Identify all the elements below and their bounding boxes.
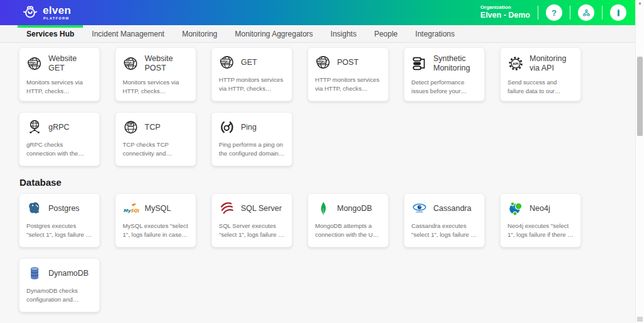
service-card-description: Cassandra executes "select 1", logs fail… (411, 222, 477, 239)
tab-monitoring-aggregators[interactable]: Monitoring Aggregators (226, 25, 321, 43)
service-card-title: Postgres (48, 204, 79, 213)
service-card-description: Neo4j executes "select 1", logs failure … (508, 222, 574, 239)
postgres-icon (26, 200, 43, 217)
service-card-description: SQL Server executes "select 1", logs fai… (219, 222, 285, 239)
service-card-title: DynamoDB (48, 269, 89, 278)
neo4j-icon (508, 200, 524, 217)
dynamodb-icon (26, 265, 43, 281)
section-title-database: Database (19, 177, 635, 188)
service-card-title: Website POST (145, 54, 189, 73)
service-card-title: MySQL (145, 204, 171, 213)
main-tabs: Services HubIncident ManagementMonitorin… (0, 25, 635, 43)
service-card-cassandra[interactable]: Cassandra Cassandra executes "select 1",… (404, 193, 485, 247)
service-card-title: gRPC (48, 123, 69, 132)
organization-label: Organization (480, 4, 530, 11)
service-card-title: Ping (241, 123, 257, 132)
service-card-description: Detect performance issues before your cu… (411, 78, 477, 96)
tab-people[interactable]: People (365, 25, 406, 43)
service-card-mongodb[interactable]: MongoDB MongoDB attempts a connection wi… (308, 193, 389, 247)
service-card-title: POST (337, 58, 358, 67)
service-card-postgres[interactable]: Postgres Postgres executes "select 1", l… (19, 193, 100, 247)
service-card-title: Synthetic Monitoring (433, 54, 477, 73)
divider (570, 6, 570, 20)
brand-logo[interactable]: elven PLATFORM (21, 4, 71, 21)
service-card-description: DynamoDB checks configuration and connec… (26, 286, 92, 304)
service-card-title: SQL Server (241, 204, 282, 213)
service-card-neo4j[interactable]: Neo4j Neo4j executes "select 1", logs fa… (500, 193, 581, 247)
tcp-globe-icon (123, 119, 139, 135)
service-card-title: Website GET (48, 54, 92, 73)
service-card-sql-server[interactable]: SQL Server SQL Server executes "select 1… (211, 193, 292, 247)
organization-value: Elven - Demo (480, 11, 530, 21)
service-card-title: Neo4j (530, 204, 550, 213)
tab-monitoring[interactable]: Monitoring (173, 25, 226, 43)
service-card-description: Send success and failure data to our pla… (508, 78, 574, 96)
share-nodes-icon (582, 8, 591, 18)
help-icon: ? (552, 8, 557, 18)
service-card-post[interactable]: POST HTTP monitors services via HTTP, ch… (308, 47, 389, 101)
service-card-grpc[interactable]: gRPC gRPC checks connection with the hos… (19, 112, 100, 166)
divider (538, 6, 538, 20)
service-card-title: TCP (145, 123, 160, 132)
service-card-description: Monitors services via HTTP, checks avail… (26, 78, 92, 96)
service-card-synthetic-monitoring[interactable]: Synthetic Monitoring Detect performance … (404, 47, 485, 101)
card-grid: Postgres Postgres executes "select 1", l… (19, 193, 610, 312)
service-card-ping[interactable]: Ping Ping performs a ping on the configu… (211, 112, 292, 166)
service-card-dynamodb[interactable]: DynamoDB DynamoDB checks configuration a… (19, 258, 100, 312)
tab-insights[interactable]: Insights (322, 25, 365, 43)
service-card-website-post[interactable]: Website POST Monitors services via HTTP,… (115, 47, 196, 101)
tab-integrations[interactable]: Integrations (406, 25, 464, 43)
service-card-get[interactable]: GET HTTP monitors services via HTTP, che… (211, 47, 292, 101)
service-card-description: Monitors services via HTTP, checks avail… (123, 78, 189, 96)
mysql-icon (123, 200, 139, 217)
synthetic-monitoring-icon (411, 55, 428, 72)
service-card-description: HTTP monitors services via HTTP, checks … (315, 76, 381, 93)
service-card-mysql[interactable]: MySQL MySQL executes "select 1", logs fa… (115, 193, 196, 247)
scrollbar-corner (637, 317, 643, 322)
service-card-description: gRPC checks connection with the host, ev… (26, 140, 92, 158)
http-globe-icon (123, 55, 139, 72)
service-card-title: MongoDB (337, 204, 372, 213)
service-card-description: MongoDB attempts a connection with the U… (315, 222, 381, 239)
service-card-description: Ping performs a ping on the configured d… (219, 140, 285, 158)
http-globe-icon (315, 54, 331, 71)
tab-incident-management[interactable]: Incident Management (83, 25, 173, 43)
card-grid: Website GET Monitors services via HTTP, … (19, 47, 610, 166)
share-button[interactable] (578, 4, 594, 21)
page-scrollbar[interactable]: ▲ (635, 0, 644, 323)
grpc-globe-icon (26, 119, 43, 135)
ping-gauge-icon (219, 119, 235, 135)
tab-services-hub[interactable]: Services Hub (18, 25, 83, 43)
http-globe-icon (219, 54, 235, 71)
http-globe-icon (26, 55, 43, 72)
service-card-website-get[interactable]: Website GET Monitors services via HTTP, … (19, 47, 100, 101)
service-card-description: HTTP monitors services via HTTP, checks … (219, 76, 285, 93)
scrollbar-thumb[interactable] (637, 57, 643, 136)
service-card-description: MySQL executes "select 1", logs failure … (123, 222, 189, 239)
brand-name: elven (43, 5, 71, 16)
service-card-tcp[interactable]: TCP TCP checks TCP connectivity and upda… (115, 112, 196, 166)
service-card-description: Postgres executes "select 1", logs failu… (26, 222, 92, 239)
scroll-up-icon[interactable]: ▲ (638, 1, 642, 5)
services-content: Website GET Monitors services via HTTP, … (0, 43, 635, 323)
info-button[interactable] (610, 4, 626, 21)
service-card-title: Monitoring via API (530, 54, 574, 73)
elven-owl-icon (21, 4, 38, 21)
info-icon (618, 9, 619, 16)
organization-selector[interactable]: Organization Elven - Demo (480, 4, 530, 21)
service-card-description: TCP checks TCP connectivity and updates … (123, 140, 189, 158)
api-gear-icon (508, 55, 524, 72)
brand-subtitle: PLATFORM (43, 17, 71, 21)
cassandra-icon (411, 200, 428, 217)
help-button[interactable]: ? (546, 4, 562, 21)
service-card-monitoring-via-api[interactable]: Monitoring via API Send success and fail… (500, 47, 581, 101)
divider (602, 6, 602, 20)
app-header: elven PLATFORM Organization Elven - Demo… (0, 0, 635, 25)
service-card-title: GET (241, 58, 257, 67)
sqlserver-icon (219, 200, 235, 217)
mongodb-icon (315, 200, 331, 217)
service-card-title: Cassandra (433, 204, 471, 213)
